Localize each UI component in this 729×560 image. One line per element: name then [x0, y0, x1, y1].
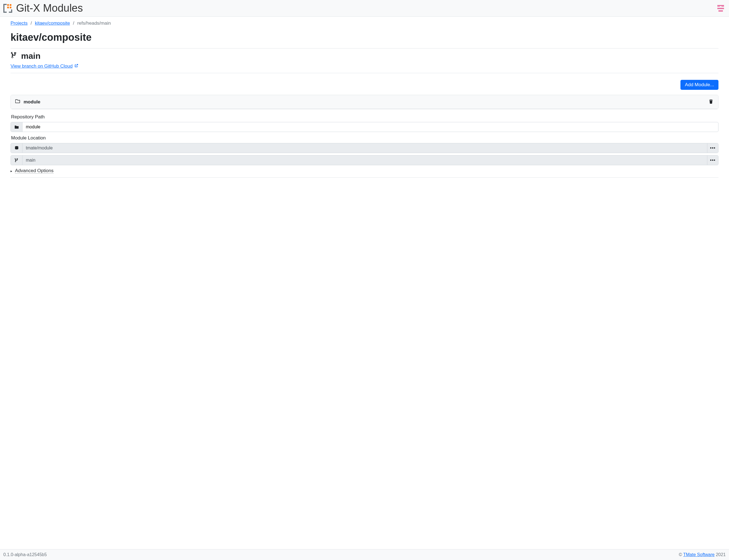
copyright-year: 2021	[715, 552, 726, 557]
module-card: module	[11, 95, 718, 109]
app-header: Git-X Modules	[0, 0, 729, 17]
module-card-header: module	[11, 95, 718, 109]
folder-outline-icon	[15, 99, 20, 105]
divider	[11, 48, 718, 49]
location-repo-input[interactable]	[22, 143, 707, 153]
view-branch-link[interactable]: View branch on GitHub Cloud	[11, 63, 78, 69]
location-branch-input-group: •••	[11, 155, 718, 165]
company-link[interactable]: TMate Software	[683, 552, 715, 557]
svg-rect-2	[7, 7, 9, 8]
delete-module-button[interactable]	[708, 98, 714, 105]
module-name: module	[24, 99, 40, 105]
header-left: Git-X Modules	[2, 2, 83, 14]
breadcrumb-projects[interactable]: Projects	[11, 21, 27, 26]
svg-rect-4	[717, 8, 724, 9]
location-repo-input-group: •••	[11, 143, 718, 153]
advanced-options-label: Advanced Options	[15, 168, 54, 174]
copyright: © TMate Software 2021	[679, 552, 726, 557]
repo-path-input[interactable]	[22, 122, 718, 132]
breadcrumb-separator: /	[29, 21, 34, 26]
branch-name: main	[21, 51, 40, 61]
folder-icon	[11, 122, 22, 132]
location-repo-browse-button[interactable]: •••	[707, 143, 718, 153]
repo-path-label: Repository Path	[11, 113, 718, 121]
svg-rect-5	[718, 10, 723, 12]
app-logo-icon	[2, 3, 13, 14]
action-toolbar: Add Module...	[11, 80, 718, 90]
repo-path-input-group	[11, 122, 718, 132]
external-link-icon	[74, 63, 78, 69]
page-title: kitaev/composite	[11, 32, 718, 43]
app-title: Git-X Modules	[16, 2, 83, 14]
view-branch-link-text: View branch on GitHub Cloud	[11, 63, 73, 69]
breadcrumb-separator: /	[71, 21, 76, 26]
module-title: module	[15, 99, 40, 105]
branch-icon	[11, 156, 22, 165]
trash-icon	[709, 101, 713, 105]
divider	[11, 73, 718, 73]
module-location-label: Module Location	[11, 134, 718, 142]
user-avatar-icon[interactable]	[716, 3, 726, 13]
breadcrumb-repo[interactable]: kitaev/composite	[35, 21, 70, 26]
divider	[11, 177, 718, 178]
branch-icon	[11, 51, 18, 61]
svg-point-6	[15, 146, 18, 147]
svg-rect-3	[10, 7, 11, 8]
svg-rect-0	[7, 4, 9, 6]
database-icon	[11, 143, 22, 153]
advanced-options-disclosure[interactable]: Advanced Options	[11, 167, 718, 174]
location-branch-input[interactable]	[22, 156, 707, 165]
breadcrumb: Projects / kitaev/composite / refs/heads…	[11, 21, 718, 26]
copyright-prefix: ©	[679, 552, 683, 557]
branch-heading: main	[11, 51, 718, 61]
breadcrumb-ref: refs/heads/main	[77, 21, 111, 26]
main-content: Projects / kitaev/composite / refs/heads…	[0, 17, 729, 549]
add-module-button[interactable]: Add Module...	[680, 80, 718, 90]
app-footer: 0.1.0-alpha-a12545b5 © TMate Software 20…	[0, 549, 729, 560]
svg-rect-1	[10, 4, 11, 6]
advanced-options-summary[interactable]: Advanced Options	[11, 167, 718, 174]
version-label: 0.1.0-alpha-a12545b5	[3, 552, 47, 557]
location-branch-browse-button[interactable]: •••	[707, 156, 718, 165]
